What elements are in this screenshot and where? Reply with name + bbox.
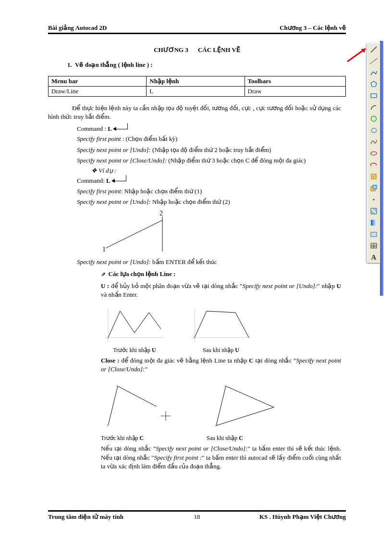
- svg-text:×: ×: [272, 404, 275, 410]
- svg-line-24: [370, 58, 378, 64]
- footer-right: KS . Hùynh Phạm Việt Chương: [259, 513, 346, 521]
- svg-point-26: [375, 59, 376, 60]
- table-tool-icon[interactable]: [368, 240, 380, 251]
- command-line-2: Command: L: [77, 176, 341, 185]
- svg-point-29: [371, 116, 377, 122]
- svg-point-30: [371, 152, 377, 155]
- options-header: Các lựa chọn lệnh Line :: [101, 270, 341, 278]
- svg-text:×: ×: [106, 423, 109, 428]
- svg-line-38: [373, 208, 377, 212]
- svg-point-34: [373, 199, 375, 201]
- hatch-tool-icon[interactable]: [368, 205, 380, 217]
- svg-text:×: ×: [107, 336, 109, 340]
- point-tool-icon[interactable]: [368, 194, 380, 205]
- rectangle-tool-icon[interactable]: [368, 90, 380, 101]
- doc-header: Bài giảng Autocad 2D Chương 3 – Các lệnh…: [48, 24, 346, 34]
- section-1-title: 1. Vẽ đoạn thẳng ( lệnh line ) :: [67, 61, 341, 69]
- example-label: ❖ Ví dụ :: [91, 167, 341, 175]
- svg-text:×: ×: [119, 309, 121, 314]
- svg-line-23: [371, 47, 377, 52]
- command-line-1: Command : L: [77, 125, 341, 133]
- line-diagram: 1 2: [101, 211, 183, 254]
- page-number: 18: [194, 513, 200, 521]
- svg-text:×: ×: [234, 311, 236, 315]
- svg-line-0: [106, 220, 162, 248]
- hand-icon: [101, 270, 105, 277]
- undo-figures: × × × Trước khi nhập U × × × Sau khi nhậ…: [101, 304, 341, 354]
- intro-para: Để thực hiện lệnh này ta cần nhập tọa độ…: [48, 104, 341, 121]
- polyline-tool-icon[interactable]: [368, 67, 380, 78]
- spline-tool-icon[interactable]: [368, 136, 380, 148]
- command-table: Menu bar Nhập lệnh Toolbars Draw/Line L …: [48, 76, 346, 97]
- circle-tool-icon[interactable]: [368, 113, 380, 125]
- svg-text:×: ×: [205, 309, 208, 314]
- revcloud-tool-icon[interactable]: [368, 125, 380, 136]
- text-tool-icon[interactable]: A: [368, 251, 380, 263]
- svg-marker-27: [371, 81, 377, 87]
- svg-text:×: ×: [116, 383, 119, 389]
- undo-option: U : để hủy bỏ một phân đoạn vừa vẽ tại d…: [101, 282, 341, 299]
- make-block-tool-icon[interactable]: [368, 182, 380, 194]
- svg-marker-17: [216, 386, 274, 426]
- arc-tool-icon[interactable]: [368, 101, 380, 113]
- point-2-label: 2: [159, 211, 163, 217]
- svg-line-37: [371, 212, 373, 214]
- draw-toolbar: A: [367, 43, 380, 264]
- line-tool-icon[interactable]: [368, 44, 380, 55]
- region-tool-icon[interactable]: [368, 228, 380, 240]
- insert-block-tool-icon[interactable]: [368, 171, 380, 182]
- svg-line-39: [375, 208, 377, 210]
- ellipse-tool-icon[interactable]: [368, 148, 380, 159]
- xline-tool-icon[interactable]: [368, 55, 380, 67]
- svg-line-36: [371, 210, 375, 214]
- enter-arrow-icon: [112, 178, 126, 185]
- point-1-label: 1: [102, 246, 106, 253]
- svg-text:×: ×: [193, 336, 196, 340]
- svg-rect-28: [371, 94, 377, 98]
- annotation-arrow: [346, 47, 368, 64]
- polygon-tool-icon[interactable]: [368, 78, 380, 90]
- svg-text:×: ×: [214, 423, 217, 428]
- header-right: Chương 3 – Các lệnh vẽ: [280, 24, 346, 32]
- footer-left: Trung tâm điện tử máy tính: [48, 513, 123, 521]
- doc-footer: Trung tâm điện tử máy tính 18 KS . Hùynh…: [48, 510, 346, 521]
- header-left: Bài giảng Autocad 2D: [48, 24, 107, 32]
- svg-rect-40: [371, 220, 377, 226]
- svg-text:×: ×: [147, 311, 150, 315]
- svg-point-25: [371, 62, 372, 63]
- gradient-tool-icon[interactable]: [368, 217, 380, 228]
- close-option: Close : để đóng một đa giác vẽ bằng lệnh…: [101, 356, 341, 374]
- note-para: Nếu tại dòng nhắc "Specify next point or…: [101, 444, 341, 471]
- chapter-title: CHƯƠNG 3CÁC LỆNH VẼ: [48, 46, 346, 54]
- close-figures: × × × Trước khi nhập C × × × Sau khi nhậ…: [101, 377, 341, 442]
- svg-text:×: ×: [155, 403, 158, 409]
- svg-rect-41: [371, 232, 377, 237]
- svg-text:×: ×: [224, 383, 227, 389]
- ellipse-arc-tool-icon[interactable]: [368, 159, 380, 171]
- svg-rect-33: [373, 185, 377, 189]
- enter-arrow-icon: [113, 126, 128, 133]
- scrollbar-edge: [380, 41, 383, 296]
